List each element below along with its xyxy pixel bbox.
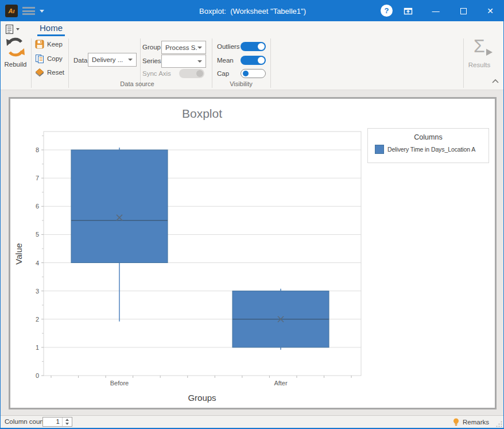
data-label: Data (73, 57, 87, 64)
chevron-down-icon (197, 60, 202, 63)
legend-entry: Delivery Time in Days_Location A (375, 145, 489, 154)
y-tick-label: 4 (36, 260, 39, 266)
pin-window-button[interactable] (402, 5, 414, 17)
sync-axis-label: Sync Axis (142, 70, 171, 77)
y-tick-label: 8 (36, 146, 39, 153)
maximize-icon (460, 8, 467, 14)
tab-home[interactable]: Home (37, 23, 65, 34)
y-tick-label: 6 (36, 203, 39, 210)
file-menu-button[interactable] (5, 23, 25, 36)
y-tick-label: 7 (36, 175, 39, 181)
y-axis-title: Value (14, 243, 24, 264)
reset-button[interactable]: Reset (35, 67, 64, 78)
spinner-up-button[interactable] (63, 418, 72, 422)
legend: Columns Delivery Time in Days_Location A (367, 128, 489, 163)
legend-swatch (375, 145, 384, 154)
rebuild-label: Rebuild (5, 61, 27, 68)
chevron-down-icon (197, 47, 202, 49)
group-label-visibility: Visibility (212, 80, 270, 87)
pin-window-icon (403, 6, 413, 16)
status-bar: Column count 1 Remarks (1, 415, 504, 428)
data-dropdown-value: Delivery ... (88, 56, 128, 63)
help-button[interactable]: ? (381, 5, 393, 17)
resize-grip[interactable] (496, 419, 502, 426)
toggle-knob (243, 71, 249, 76)
triangle-down-icon (65, 423, 69, 425)
cap-label: Cap (217, 70, 229, 77)
y-tick-label: 1 (36, 344, 39, 351)
toggle-knob (258, 57, 265, 64)
ribbon: Home Rebuild Keep (1, 21, 504, 90)
mean-toggle[interactable] (241, 56, 266, 65)
legend-title: Columns (368, 133, 489, 141)
series-label: Series (142, 57, 161, 64)
results-button[interactable]: Σ Results (462, 36, 497, 80)
remarks-button[interactable]: Remarks (453, 418, 489, 427)
close-button[interactable]: ✕ (484, 5, 497, 17)
keep-button[interactable]: Keep (35, 39, 63, 49)
group-dropdown[interactable]: Process S... (161, 41, 206, 54)
collapse-ribbon-button[interactable] (490, 76, 501, 86)
save-icon (35, 40, 44, 49)
maximize-button[interactable] (457, 5, 470, 17)
caret-down-icon (16, 28, 20, 30)
ribbon-separator (31, 38, 32, 88)
y-tick-label: 0 (36, 372, 39, 379)
sigma-icon: Σ (466, 36, 493, 59)
chart-title: Boxplot (182, 107, 222, 120)
triangle-up-icon (65, 419, 69, 421)
eraser-icon (35, 68, 44, 77)
column-count-value: 1 (43, 418, 62, 426)
app-window: Aı Boxplot: (Worksheet "Tabelle1") ? — ✕… (0, 0, 504, 429)
y-tick-label: 3 (36, 288, 39, 295)
column-count-label: Column count (5, 418, 45, 425)
series-dropdown[interactable] (161, 55, 206, 68)
toggle-knob (258, 43, 265, 50)
y-tick-label: 5 (36, 231, 39, 238)
window-title: Boxplot: (Worksheet "Tabelle1") (1, 1, 504, 21)
column-count-spinner[interactable]: 1 (42, 417, 72, 427)
keep-label: Keep (47, 41, 63, 48)
minimize-button[interactable]: — (429, 5, 442, 17)
y-tick-label: 2 (36, 316, 39, 323)
outliers-label: Outliers (217, 43, 240, 50)
sigma-arrow-icon (486, 49, 493, 56)
toggle-knob (196, 70, 203, 77)
legend-label: Delivery Time in Days_Location A (387, 146, 475, 153)
group-label: Group (142, 44, 161, 51)
remarks-label: Remarks (463, 419, 489, 426)
chevron-up-icon (491, 78, 499, 84)
lightbulb-icon (453, 418, 459, 427)
cap-toggle[interactable] (241, 69, 266, 78)
rebuild-icon (5, 37, 26, 57)
group-label-data-source: Data source (68, 80, 206, 87)
results-label: Results (468, 61, 490, 68)
x-tick-label: After (274, 380, 288, 387)
rebuild-button[interactable]: Rebuild (1, 37, 30, 79)
chart-panel: 012345678BeforeAfterBoxplotGroupsValue C… (9, 97, 497, 409)
sync-axis-toggle[interactable] (179, 69, 204, 78)
copy-label: Copy (47, 55, 63, 62)
mean-label: Mean (217, 57, 234, 64)
copy-button[interactable]: Copy (35, 53, 63, 64)
group-dropdown-value: Process S... (162, 44, 197, 51)
tab-home-underline (37, 34, 65, 36)
grip-dots-icon (496, 421, 502, 427)
spinner-down-button[interactable] (63, 422, 72, 427)
ribbon-separator (270, 38, 271, 88)
reset-label: Reset (47, 69, 64, 76)
box-before[interactable] (71, 150, 168, 263)
chevron-down-icon (128, 59, 133, 61)
data-dropdown[interactable]: Delivery ... (88, 53, 137, 67)
file-menu-icon (5, 24, 14, 34)
copy-icon (35, 54, 44, 63)
title-bar: Aı Boxplot: (Worksheet "Tabelle1") ? — ✕ (1, 1, 504, 21)
outliers-toggle[interactable] (241, 42, 266, 51)
x-tick-label: Before (110, 380, 129, 387)
x-axis-title: Groups (188, 393, 216, 403)
